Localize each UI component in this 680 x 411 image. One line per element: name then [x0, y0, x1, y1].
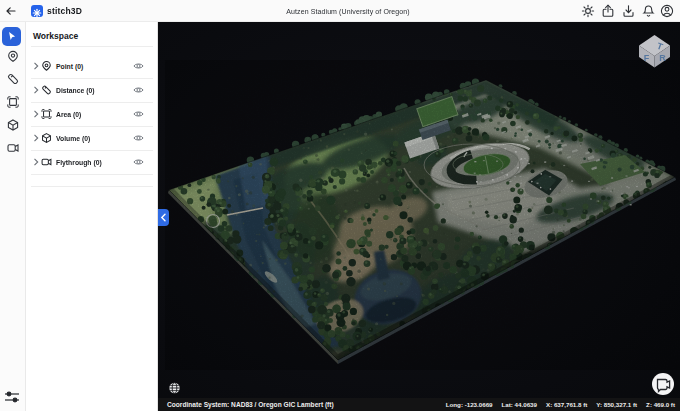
svg-text:R: R: [659, 53, 666, 63]
svg-text:F: F: [644, 53, 650, 63]
